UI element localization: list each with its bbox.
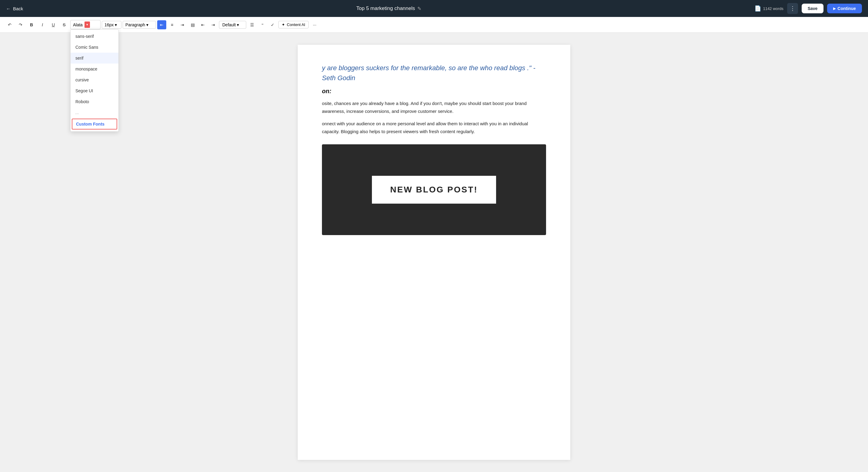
more-icon: ···	[313, 23, 316, 27]
align-left-button[interactable]: ⇤	[157, 20, 166, 29]
font-option-comic-sans[interactable]: Comic Sans	[70, 42, 118, 53]
default-selector[interactable]: Default ▾	[219, 21, 246, 29]
italic-icon: I	[42, 23, 43, 27]
align-right-button[interactable]: ⇥	[178, 20, 187, 29]
topbar-right: 📄 1142 words ⋮ Save ▶ Continue	[754, 3, 862, 14]
word-count: 📄 1142 words	[754, 5, 783, 12]
quote-text: y are bloggers suckers for the remarkabl…	[322, 63, 546, 83]
underline-icon: U	[52, 23, 55, 27]
unordered-list-button[interactable]: ☰	[247, 20, 256, 29]
continue-label: Continue	[837, 6, 856, 11]
continue-button[interactable]: ▶ Continue	[827, 4, 862, 13]
edit-title-icon[interactable]: ✎	[417, 6, 421, 11]
align-center-button[interactable]: ≡	[167, 20, 177, 29]
font-size-chevron: ▾	[115, 23, 117, 27]
undo-button[interactable]: ↶	[5, 20, 14, 30]
quote-content: y are bloggers suckers for the remarkabl…	[322, 64, 535, 82]
strikethrough-icon: S	[63, 23, 65, 27]
align-justify-button[interactable]: ▤	[188, 20, 197, 29]
font-option-roboto[interactable]: Roboto	[70, 96, 118, 107]
font-option-monospace[interactable]: monospace	[70, 64, 118, 74]
section-heading: on:	[322, 88, 546, 95]
redo-button[interactable]: ↷	[16, 20, 26, 30]
more-toolbar-button[interactable]: ···	[310, 20, 319, 30]
align-left-icon: ⇤	[160, 23, 163, 27]
paragraph-chevron: ▾	[146, 23, 148, 27]
content-ai-label: Content AI	[287, 23, 305, 27]
body-text-2: onnect with your audience on a more pers…	[322, 120, 546, 135]
image-placeholder: NEW BLOG POST!	[322, 144, 546, 235]
bold-icon: B	[30, 23, 33, 27]
more-dots-icon: ⋮	[790, 5, 795, 12]
font-option-cursive[interactable]: cursive	[70, 74, 118, 85]
ol-icon: ⁼	[261, 23, 264, 27]
indent-increase-button[interactable]: ⇥	[209, 20, 218, 29]
bold-button[interactable]: B	[27, 20, 36, 30]
underline-button[interactable]: U	[49, 20, 58, 30]
topbar: ← Back Top 5 marketing channels ✎ 📄 1142…	[0, 0, 868, 17]
ul-icon: ☰	[250, 23, 254, 27]
sidebar-right	[801, 33, 868, 472]
font-dropdown: sans-serif Comic Sans serif monospace cu…	[70, 29, 119, 132]
font-option-segoe-ui[interactable]: Segoe UI	[70, 85, 118, 96]
back-arrow-icon: ←	[6, 6, 10, 11]
editor-page[interactable]: y are bloggers suckers for the remarkabl…	[298, 45, 570, 460]
checklist-icon: ✓	[271, 23, 274, 27]
body-text-1: osite, chances are you already have a bl…	[322, 100, 546, 115]
align-right-icon: ⇥	[181, 23, 184, 27]
doc-icon: 📄	[754, 5, 761, 12]
default-chevron: ▾	[237, 23, 239, 27]
indent-increase-icon: ⇥	[211, 23, 215, 27]
default-label: Default	[222, 23, 236, 27]
sidebar-left	[0, 33, 67, 472]
formatting-toolbar: ↶ ↷ B I U S Alata ▾ sans-serif Comic San…	[0, 17, 868, 33]
paragraph-style-selector[interactable]: Paragraph ▾	[123, 21, 156, 29]
save-button[interactable]: Save	[802, 4, 824, 13]
ordered-list-button[interactable]: ⁼	[258, 20, 267, 29]
font-size-label: 16px	[104, 23, 114, 27]
play-icon: ▶	[833, 7, 836, 10]
blog-post-title: NEW BLOG POST!	[390, 185, 477, 195]
main-area: y are bloggers suckers for the remarkabl…	[0, 33, 868, 472]
undo-icon: ↶	[8, 23, 11, 27]
font-name-label: Alata	[73, 23, 83, 27]
font-option-more[interactable]: ...	[70, 107, 118, 118]
document-title: Top 5 marketing channels ✎	[28, 5, 750, 11]
content-ai-button[interactable]: ✦ Content AI	[278, 21, 309, 28]
checklist-button[interactable]: ✓	[268, 20, 277, 29]
more-options-button[interactable]: ⋮	[787, 3, 798, 14]
font-option-serif[interactable]: serif	[70, 53, 118, 64]
back-label: Back	[13, 6, 23, 11]
font-dropdown-chevron[interactable]: ▾	[85, 22, 90, 28]
redo-icon: ↷	[19, 23, 23, 27]
strikethrough-button[interactable]: S	[59, 20, 69, 30]
font-option-sans-serif[interactable]: sans-serif	[70, 31, 118, 42]
custom-fonts-option[interactable]: Custom Fonts	[72, 119, 117, 130]
editor-container[interactable]: y are bloggers suckers for the remarkabl…	[67, 33, 801, 472]
font-selector[interactable]: Alata ▾ sans-serif Comic Sans serif mono…	[70, 20, 100, 29]
font-size-selector[interactable]: 16px ▾	[102, 21, 121, 29]
indent-decrease-icon: ⇤	[201, 23, 205, 27]
title-text: Top 5 marketing channels	[356, 5, 415, 11]
back-button[interactable]: ← Back	[6, 6, 23, 11]
align-justify-icon: ▤	[191, 23, 195, 27]
italic-button[interactable]: I	[37, 20, 47, 30]
word-count-text: 1142 words	[763, 6, 783, 11]
ai-icon: ✦	[282, 23, 285, 27]
align-center-icon: ≡	[171, 23, 173, 27]
paragraph-style-label: Paragraph	[125, 23, 145, 27]
font-select-button[interactable]: Alata ▾	[70, 20, 100, 29]
image-inner: NEW BLOG POST!	[372, 176, 496, 204]
indent-decrease-button[interactable]: ⇤	[198, 20, 208, 29]
